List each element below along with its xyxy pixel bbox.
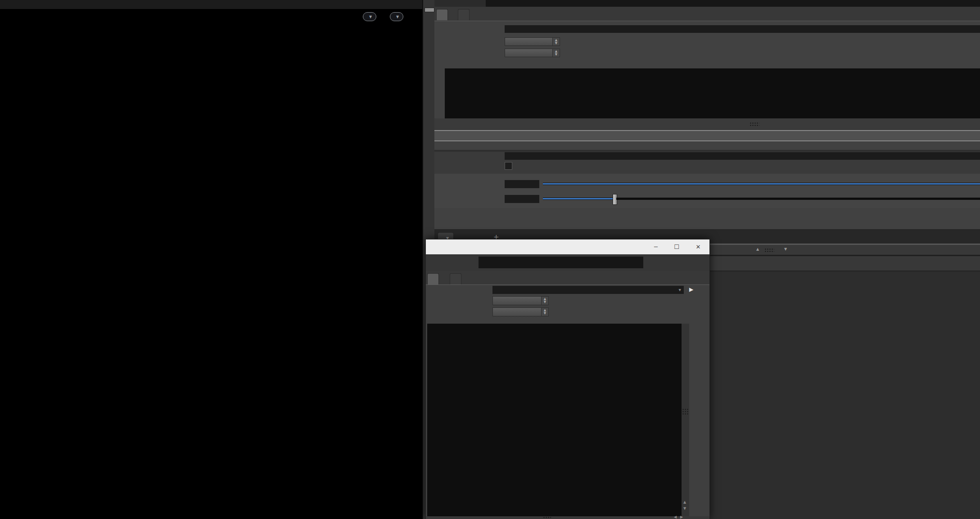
run-over-dropdown[interactable] bbox=[505, 49, 556, 57]
group-type-spinner[interactable]: ▲▼ bbox=[552, 37, 560, 46]
window-bottom-bar: ◀ ▶ bbox=[426, 516, 709, 519]
close-button[interactable]: ✕ bbox=[692, 242, 704, 251]
scroll-down-icon[interactable]: ▼ bbox=[683, 506, 686, 510]
minimize-button[interactable]: ─ bbox=[650, 242, 662, 251]
vex-code-editor[interactable] bbox=[445, 68, 980, 118]
window-titlebar[interactable]: ─ ☐ ✕ bbox=[426, 239, 709, 254]
group-input[interactable]: ▼ bbox=[492, 286, 684, 294]
toolbar-scroll-grip[interactable] bbox=[425, 8, 434, 12]
parameter-panel: ▲▼ ▲▼ bbox=[434, 0, 980, 231]
persp-view-menu[interactable]: ▼ bbox=[363, 12, 376, 21]
tab-code[interactable] bbox=[427, 273, 439, 284]
group-action-button[interactable]: ▶ bbox=[689, 286, 693, 293]
scroll-up-icon[interactable]: ▲ bbox=[683, 500, 686, 504]
spacer-row bbox=[434, 141, 980, 150]
attributes-to-create-input[interactable] bbox=[505, 152, 980, 160]
speed-input[interactable] bbox=[505, 195, 539, 203]
run-over-spinner[interactable]: ▲▼ bbox=[552, 49, 560, 57]
enforce-prototypes-checkbox[interactable] bbox=[505, 162, 512, 170]
group-type-spinner[interactable]: ▲▼ bbox=[541, 296, 549, 305]
seed-input[interactable] bbox=[505, 180, 539, 188]
tab-bindings[interactable] bbox=[450, 273, 461, 284]
scroll-left-icon[interactable]: ◀ bbox=[674, 515, 677, 519]
speed-slider-filled[interactable] bbox=[543, 198, 613, 200]
collapse-down-icon[interactable]: ▼ bbox=[784, 247, 787, 251]
camera-menu[interactable]: ▼ bbox=[390, 12, 403, 21]
speed-slider-track[interactable] bbox=[616, 198, 980, 200]
tab-bindings[interactable] bbox=[458, 9, 470, 20]
node-header bbox=[434, 0, 980, 7]
vertical-scrollbar[interactable]: ▲ ▼ bbox=[682, 324, 689, 516]
group-input[interactable] bbox=[505, 25, 980, 33]
floating-parameter-window: ─ ☐ ✕ ▼ ▶ ▲▼ ▲▼ ▲ ▼ ◀ bbox=[425, 239, 710, 519]
run-over-spinner[interactable]: ▲▼ bbox=[541, 307, 549, 316]
vex-code-editor[interactable] bbox=[427, 324, 682, 516]
viewport-toolbar bbox=[0, 0, 422, 9]
scroll-right-icon[interactable]: ▶ bbox=[680, 515, 683, 519]
scene-viewport[interactable]: ▼ ▼ bbox=[0, 0, 422, 519]
tab-strip bbox=[426, 271, 709, 285]
pane-divider[interactable] bbox=[434, 118, 980, 131]
viewport-render bbox=[0, 0, 422, 519]
tab-strip bbox=[434, 7, 980, 21]
chevron-down-icon: ▼ bbox=[369, 15, 372, 19]
chevron-down-icon: ▼ bbox=[396, 15, 399, 19]
chevron-down-icon[interactable]: ▼ bbox=[679, 288, 684, 292]
horizontal-scrollbar[interactable] bbox=[434, 131, 980, 141]
houdini-application: ▼ ▼ ▲▼ ▲▼ bbox=[0, 0, 980, 519]
node-name-input[interactable] bbox=[486, 0, 980, 7]
node-header bbox=[426, 254, 709, 271]
seed-slider[interactable] bbox=[543, 183, 980, 185]
group-type-dropdown[interactable] bbox=[505, 37, 556, 46]
node-name-input[interactable] bbox=[479, 257, 643, 268]
maximize-button[interactable]: ☐ bbox=[671, 242, 682, 251]
collapse-up-icon[interactable]: ▲ bbox=[756, 247, 759, 251]
group-type-dropdown[interactable] bbox=[492, 296, 545, 305]
tab-code[interactable] bbox=[436, 9, 448, 20]
run-over-dropdown[interactable] bbox=[492, 307, 545, 316]
